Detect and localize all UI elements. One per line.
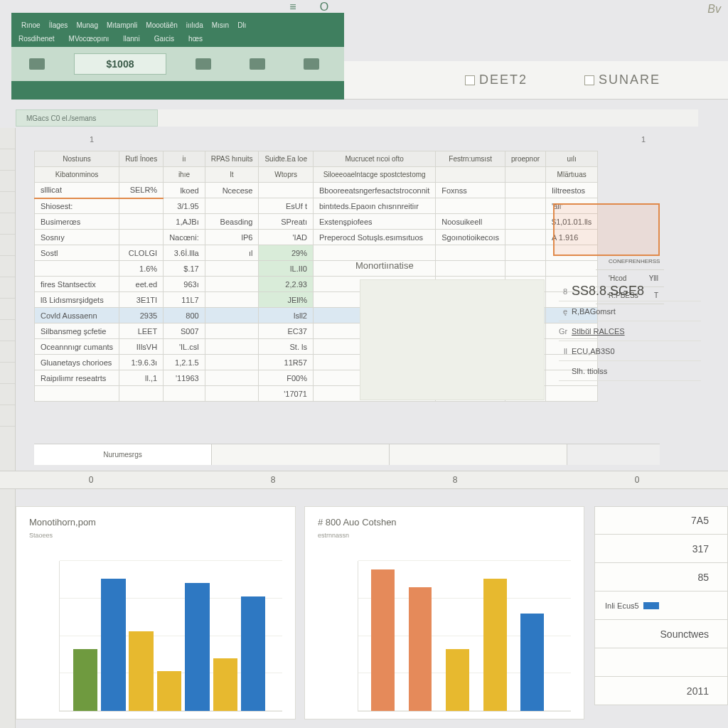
menu-icon[interactable]: ≡ [287,1,299,13]
cell[interactable] [35,261,119,277]
cell[interactable]: Ncecese [205,183,259,198]
col-header[interactable]: 8 [364,475,546,485]
cell[interactable] [119,214,164,230]
cell[interactable]: lP6 [205,230,259,245]
ribbon-tab[interactable]: İlages [46,20,71,31]
cell[interactable]: Oceannnıgr cumants [35,339,119,355]
row-header[interactable] [0,299,15,320]
column-subheader[interactable]: ihıe [164,167,205,183]
ribbon-tab[interactable]: MVocœopını [69,35,109,43]
ribbon-tab[interactable]: iıılıda [183,20,206,31]
cell[interactable]: lsll2 [259,308,314,323]
row-header[interactable] [0,192,15,213]
row-header[interactable] [0,320,15,341]
row-header[interactable] [0,149,15,171]
ribbon-tab[interactable]: llanni [123,35,139,43]
cell[interactable]: 1,2.1.5 [164,355,205,370]
cell[interactable] [119,386,164,402]
cell[interactable]: LEET [119,323,164,339]
cell[interactable]: Sostl [35,245,119,261]
cell[interactable]: Beasding [205,214,259,230]
row-header[interactable] [0,384,15,405]
cell[interactable]: 3.6İ.llla [164,245,205,261]
cell[interactable] [164,386,205,402]
ribbon-tab[interactable]: Gaıcis [154,35,174,43]
cell[interactable]: 1,AJBı [164,214,205,230]
ribbon-tab[interactable]: Munag [73,20,101,31]
cell[interactable]: 11L7 [164,292,205,308]
row-header[interactable] [0,128,15,149]
cell[interactable] [205,261,259,277]
cell[interactable]: Inli Ecus5 [594,592,728,620]
cell[interactable]: 11R57 [259,355,314,370]
name-box[interactable]: MGacs C0 el./semans [16,109,158,127]
column-header[interactable]: Suidte.Ea loe [259,151,314,167]
cell[interactable]: ll.,1 [119,370,164,386]
cell[interactable] [205,198,259,214]
sheet-tab[interactable]: Nurumesrgs [34,444,212,465]
formula-input[interactable] [158,109,698,127]
row-header[interactable] [0,213,15,235]
cell[interactable]: Covld Aussaenn [35,308,119,323]
cell[interactable]: 3E1TI [119,292,164,308]
cell[interactable]: SELR% [119,183,164,198]
ribbon-tab[interactable]: Rosdihenet [18,35,55,43]
column-subheader[interactable]: lt [205,167,259,183]
cell[interactable]: eet.ed [119,277,164,292]
col-header[interactable]: 8 [182,475,364,485]
cell[interactable]: 'IAD [259,230,314,245]
cell[interactable]: lß Lidısmsrşidgets [35,292,119,308]
ribbon-tab[interactable]: hœs [188,35,203,43]
cell[interactable]: 29% [259,245,314,261]
tool-value-box[interactable]: $1008 [74,53,166,75]
tool-icon[interactable] [240,53,274,75]
ribbon-tab[interactable]: Moootäên [143,20,180,31]
cell[interactable] [205,355,259,370]
cell[interactable] [119,230,164,245]
cell[interactable] [594,648,728,677]
col-header[interactable]: 0 [546,475,728,485]
cell[interactable]: 2935 [119,308,164,323]
cell[interactable]: 317 [594,535,728,563]
cell[interactable]: 'IL.csl [164,339,205,355]
cell[interactable] [205,386,259,402]
cell[interactable]: Gluanetays chorioes [35,355,119,370]
cell[interactable]: Busimerœs [35,214,119,230]
ribbon-tab[interactable]: Mısın [209,20,232,31]
cell[interactable] [119,198,164,214]
column-subheader[interactable] [119,167,164,183]
refresh-icon[interactable]: O [318,1,330,13]
cell[interactable]: EsUf t [259,198,314,214]
tab-sunare[interactable]: SUNARE [584,73,660,87]
tool-icon[interactable] [294,53,328,75]
column-header[interactable]: Nostıuns [35,151,119,167]
cell[interactable] [205,339,259,355]
cell[interactable]: Shiosest: [35,198,119,214]
row-header[interactable] [0,363,15,384]
chart-right[interactable]: # 800 Auo Cotshen estrnnassn [304,506,584,719]
cell[interactable] [205,323,259,339]
cell[interactable]: '11963 [164,370,205,386]
cell[interactable]: 7A5 [594,506,728,535]
cell[interactable]: 2011 [594,677,728,705]
cell[interactable]: ıl [205,245,259,261]
cell[interactable]: 1.6% [119,261,164,277]
cell[interactable]: F00% [259,370,314,386]
cell[interactable]: CLOLGI [119,245,164,261]
sheet-tab[interactable] [212,444,390,465]
row-header[interactable] [0,235,15,256]
cell[interactable]: Silbansmeg şcfetie [35,323,119,339]
column-header[interactable]: Rutl İnoes [119,151,164,167]
cell[interactable] [35,386,119,402]
column-subheader[interactable]: Kibatonminos [35,167,119,183]
cell[interactable]: 2,2.93 [259,277,314,292]
row-header[interactable] [0,171,15,192]
cell[interactable]: Nacœni: [164,230,205,245]
cell[interactable]: lkoed [164,183,205,198]
cell[interactable]: 963ı [164,277,205,292]
cell[interactable]: '17071 [259,386,314,402]
cell[interactable] [205,370,259,386]
row-header[interactable] [0,277,15,299]
column-subheader[interactable]: Wtoprs [259,167,314,183]
chart-left[interactable]: Monotihorn,pom Staoees [16,506,296,719]
